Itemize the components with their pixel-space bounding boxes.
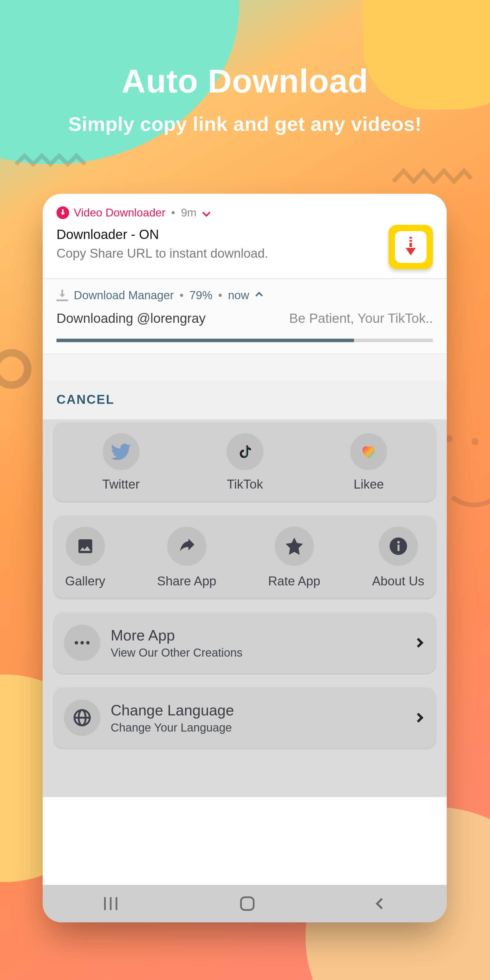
chevron-right-icon (414, 638, 423, 648)
chevron-down-icon[interactable] (202, 209, 210, 217)
social-tiktok[interactable]: TikTok (227, 433, 263, 492)
twitter-icon (103, 433, 140, 470)
svg-point-9 (86, 641, 90, 644)
globe-icon (64, 700, 100, 736)
svg-point-8 (80, 641, 84, 644)
promo-text: Auto Download Simply copy link and get a… (0, 62, 490, 135)
notif-title: Downloader - ON (56, 227, 382, 242)
notif-app-name: Video Downloader (74, 206, 165, 219)
promo-title: Auto Download (0, 62, 490, 100)
notification-download-manager[interactable]: Download Manager • 79% • now Downloading… (43, 279, 447, 354)
svg-rect-5 (398, 545, 399, 551)
nav-home-button[interactable] (240, 896, 255, 911)
download-small-icon (56, 290, 68, 301)
svg-point-7 (75, 641, 78, 644)
nav-back-button[interactable] (375, 898, 387, 909)
likee-icon (350, 433, 387, 470)
cancel-bar: CANCEL (43, 381, 447, 419)
android-nav-bar (43, 885, 447, 922)
star-icon (275, 527, 314, 566)
social-likee[interactable]: Likee (350, 433, 387, 492)
phone-frame: Video Downloader • 9m Downloader - ON Co… (43, 194, 447, 922)
svg-point-6 (397, 541, 400, 544)
notif2-app-name: Download Manager (74, 289, 174, 302)
notification-downloader[interactable]: Video Downloader • 9m Downloader - ON Co… (43, 194, 447, 278)
svg-rect-3 (410, 243, 412, 247)
download-item-subtitle: Be Patient, Your TikTok.. (289, 310, 433, 326)
nav-recent-button[interactable] (104, 897, 117, 910)
more-icon (64, 625, 100, 661)
action-rate[interactable]: Rate App (268, 527, 320, 588)
download-icon (56, 206, 69, 219)
download-progress (56, 339, 433, 342)
chevron-up-icon[interactable] (256, 292, 263, 299)
promo-subtitle: Simply copy link and get any videos! (0, 113, 490, 135)
share-icon (167, 527, 206, 566)
action-about[interactable]: About Us (372, 527, 424, 588)
svg-rect-1 (410, 237, 412, 239)
chevron-right-icon (414, 713, 423, 722)
list-more-apps[interactable]: More App View Our Other Creations (53, 612, 436, 673)
svg-point-0 (0, 353, 28, 385)
app-icon (388, 225, 433, 269)
action-gallery[interactable]: Gallery (65, 527, 105, 588)
notif2-age: now (228, 289, 249, 302)
cancel-button[interactable]: CANCEL (56, 392, 115, 406)
notif-age: 9m (181, 206, 197, 219)
social-twitter[interactable]: Twitter (102, 433, 140, 492)
svg-rect-2 (410, 240, 412, 242)
list-change-language[interactable]: Change Language Change Your Language (53, 687, 436, 748)
info-icon (379, 527, 418, 566)
notif2-percent: 79% (189, 289, 212, 302)
tiktok-icon (227, 433, 263, 470)
actions-card: Gallery Share App Rate App About Us (53, 515, 436, 598)
gallery-icon (66, 527, 105, 566)
action-share[interactable]: Share App (157, 527, 216, 588)
social-card: Twitter TikTok Likee (53, 422, 436, 501)
app-background: Twitter TikTok Likee (43, 419, 447, 797)
download-item-title: Downloading @lorengray (56, 310, 205, 326)
notif-message: Copy Share URL to instant download. (56, 246, 382, 261)
